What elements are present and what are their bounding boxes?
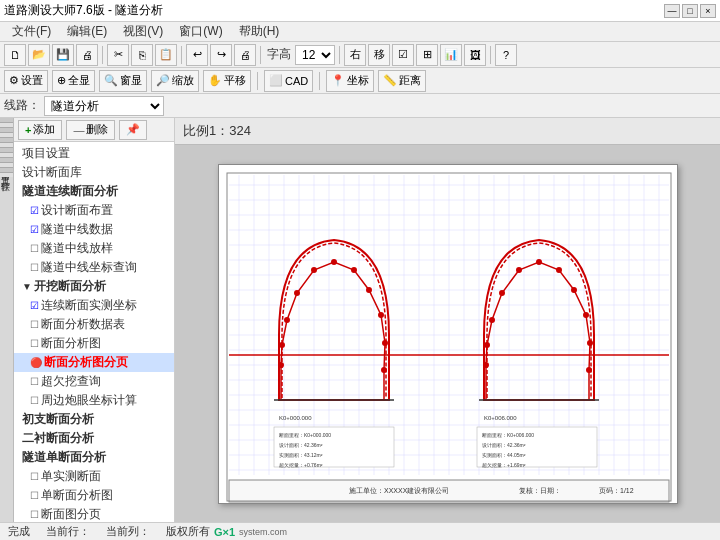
menu-view[interactable]: 视图(V) — [115, 21, 171, 42]
tree-section-div[interactable]: ☐ 断面图分页 — [14, 505, 174, 522]
cut-button[interactable]: ✂ — [107, 44, 129, 66]
zoom-icon: 🔎 — [156, 74, 170, 87]
copy-button[interactable]: ⎘ — [131, 44, 153, 66]
secondary-lining-label: 二衬断面分析 — [22, 430, 94, 447]
excavation-label: 开挖断面分析 — [34, 278, 106, 295]
undo-button[interactable]: ↩ — [186, 44, 208, 66]
section-page-label: 断面分析图分页 — [44, 354, 128, 371]
toolbar: 🗋 📂 💾 🖨 ✂ ⎘ 📋 ↩ ↪ 🖨 字高 12 14 16 右 移 ☑ ⊞ … — [0, 42, 720, 68]
move-button[interactable]: 移 — [368, 44, 390, 66]
single-chart-label: 单断面分析图 — [41, 487, 113, 504]
tree-single-measured[interactable]: ☐ 单实测断面 — [14, 467, 174, 486]
menu-edit[interactable]: 编辑(E) — [59, 21, 115, 42]
center-data-label: 隧道中线数据 — [41, 221, 113, 238]
tree-initial-support[interactable]: 初支断面分析 — [14, 410, 174, 429]
separator1 — [102, 46, 103, 64]
tree-design-cross[interactable]: 设计断面库 — [14, 163, 174, 182]
fullview-button[interactable]: ⊕ 全显 — [52, 70, 95, 92]
chart-btn[interactable]: 📊 — [440, 44, 462, 66]
menu-help[interactable]: 帮助(H) — [231, 21, 288, 42]
overunder-label: 超欠挖查询 — [41, 373, 101, 390]
coord-icon: 📍 — [331, 74, 345, 87]
add-button[interactable]: + 添加 — [18, 120, 62, 140]
align-right-button[interactable]: 右 — [344, 44, 366, 66]
section-data-label: 断面分析数据表 — [41, 316, 125, 333]
redo-button[interactable]: ↪ — [210, 44, 232, 66]
menu-file[interactable]: 文件(F) — [4, 21, 59, 42]
print2-button[interactable]: 🖨 — [234, 44, 256, 66]
svg-text:K0+006.000: K0+006.000 — [484, 415, 517, 421]
fullview-icon: ⊕ — [57, 74, 66, 87]
settings-icon: ⚙ — [9, 74, 19, 87]
tree-design-layout[interactable]: ☑ 设计断面布置 — [14, 201, 174, 220]
title-text: 道路测设大师7.6版 - 隧道分析 — [4, 2, 163, 19]
status-bar: 完成 当前行： 当前列： 版权所有 G×1 system.com — [0, 522, 720, 540]
print-button[interactable]: 🖨 — [76, 44, 98, 66]
tree-perimeter[interactable]: ☐ 周边炮眼坐标计算 — [14, 391, 174, 410]
tree-center-sample[interactable]: ☐ 隧道中线放样 — [14, 239, 174, 258]
cad-button[interactable]: ⬜ CAD — [264, 70, 313, 92]
svg-text:断面里程：K0+000.000: 断面里程：K0+000.000 — [279, 432, 331, 438]
pan-button[interactable]: ✋ 平移 — [203, 70, 251, 92]
tree-project-setup[interactable]: 项目设置 — [14, 144, 174, 163]
sidebar: 归纵 平差 全路 测设 横断 里程 隧道 测设 局部 常用 工具 软件 + 添加… — [0, 118, 175, 522]
new-button[interactable]: 🗋 — [4, 44, 26, 66]
tree-excavation[interactable]: ▼ 开挖断面分析 — [14, 277, 174, 296]
pin-button[interactable]: 📌 — [119, 120, 147, 140]
separator-coord — [319, 72, 320, 90]
design-cross-label: 设计断面库 — [22, 164, 82, 181]
windowview-button[interactable]: 🔍 窗显 — [99, 70, 147, 92]
tree-section-data-table[interactable]: ☐ 断面分析数据表 — [14, 315, 174, 334]
zoom-button[interactable]: 🔎 缩放 — [151, 70, 199, 92]
minus-icon: — — [73, 124, 84, 136]
scale-label: 比例1：324 — [175, 118, 720, 145]
tree-secondary-lining[interactable]: 二衬断面分析 — [14, 429, 174, 448]
main-layout: 归纵 平差 全路 测设 横断 里程 隧道 测设 局部 常用 工具 软件 + 添加… — [0, 118, 720, 522]
distance-button[interactable]: 📏 距离 — [378, 70, 426, 92]
project-setup-label: 项目设置 — [22, 145, 70, 162]
menu-bar: 文件(F) 编辑(E) 视图(V) 窗口(W) 帮助(H) — [0, 22, 720, 42]
design-layout-label: 设计断面布置 — [41, 202, 113, 219]
image-btn[interactable]: 🖼 — [464, 44, 486, 66]
status-row: 当前行： — [46, 524, 90, 539]
help-button[interactable]: ? — [495, 44, 517, 66]
tree-center-query[interactable]: ☐ 隧道中线坐标查询 — [14, 258, 174, 277]
tree-overunder[interactable]: ☐ 超欠挖查询 — [14, 372, 174, 391]
checkbox-btn[interactable]: ☑ — [392, 44, 414, 66]
toolbar2: ⚙ 设置 ⊕ 全显 🔍 窗显 🔎 缩放 ✋ 平移 ⬜ CAD 📍 坐标 📏 距离 — [0, 68, 720, 94]
tree-tunnel-continuous[interactable]: 隧道连续断面分析 — [14, 182, 174, 201]
tunnel-continuous-label: 隧道连续断面分析 — [22, 183, 118, 200]
pan-icon: ✋ — [208, 74, 222, 87]
save-button[interactable]: 💾 — [52, 44, 74, 66]
tree-section-page[interactable]: 🔴 断面分析图分页 — [14, 353, 174, 372]
minimize-button[interactable]: — — [664, 4, 680, 18]
distance-icon: 📏 — [383, 74, 397, 87]
close-button[interactable]: × — [700, 4, 716, 18]
drawing-area[interactable]: K0+000.000 K0+006.000 断面里程：K0+000.000 设计… — [175, 145, 720, 522]
tree-continuous-measured[interactable]: ☑ 连续断面实测坐标 — [14, 296, 174, 315]
coord-button[interactable]: 📍 坐标 — [326, 70, 374, 92]
route-select[interactable]: 隧道分析 — [44, 96, 164, 116]
cad-icon: ⬜ — [269, 74, 283, 87]
vertical-tabs-container: 归纵 平差 全路 测设 横断 里程 隧道 测设 局部 常用 工具 软件 — [0, 118, 14, 522]
single-measured-label: 单实测断面 — [41, 468, 101, 485]
tunnel-single-label: 隧道单断面分析 — [22, 449, 106, 466]
svg-text:K0+000.000: K0+000.000 — [279, 415, 312, 421]
font-size-select[interactable]: 12 14 16 — [295, 45, 335, 65]
tree-single-chart[interactable]: ☐ 单断面分析图 — [14, 486, 174, 505]
sidebar-tree: 项目设置 设计断面库 隧道连续断面分析 ☑ 设计断面布置 ☑ 隧道中线数据 ☐ — [14, 142, 174, 522]
open-button[interactable]: 📂 — [28, 44, 50, 66]
vtab-ruanjian[interactable]: 软件 — [0, 173, 13, 177]
tree-center-data[interactable]: ☑ 隧道中线数据 — [14, 220, 174, 239]
window-controls: — □ × — [664, 4, 716, 18]
tree-tunnel-single[interactable]: 隧道单断面分析 — [14, 448, 174, 467]
menu-window[interactable]: 窗口(W) — [171, 21, 230, 42]
table-btn[interactable]: ⊞ — [416, 44, 438, 66]
content-area: 比例1：324 — [175, 118, 720, 522]
paste-button[interactable]: 📋 — [155, 44, 177, 66]
restore-button[interactable]: □ — [682, 4, 698, 18]
settings-button[interactable]: ⚙ 设置 — [4, 70, 48, 92]
tunnel-svg: K0+000.000 K0+006.000 断面里程：K0+000.000 设计… — [219, 165, 678, 504]
tree-section-chart[interactable]: ☐ 断面分析图 — [14, 334, 174, 353]
delete-button[interactable]: — 删除 — [66, 120, 115, 140]
